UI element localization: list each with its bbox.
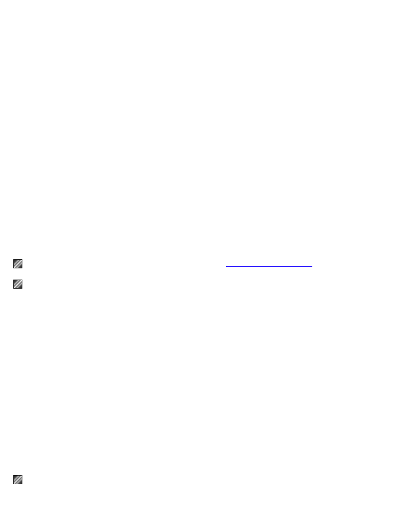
note-icon: [13, 475, 22, 484]
horizontal-rule: [11, 201, 399, 201]
note-icon: [13, 259, 22, 268]
note-icon: [13, 280, 22, 289]
hyperlink[interactable]: [226, 261, 312, 267]
